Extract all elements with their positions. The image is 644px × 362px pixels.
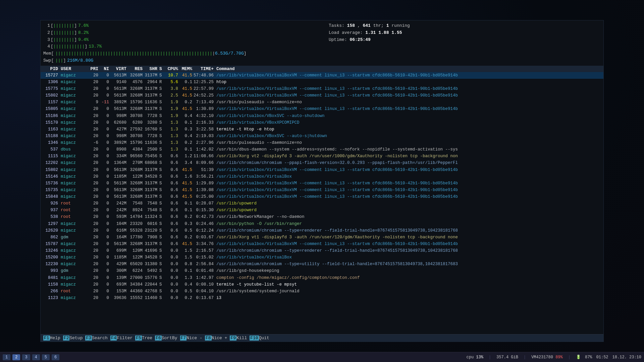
clock-time: 01:52	[596, 355, 608, 360]
table-row[interactable]: 937 root 20 0 242M 8924 7548 S 0.6 0.1 0…	[41, 207, 603, 214]
table-row[interactable]: 15787 migacz 20 0 5613M 3268M 3137M S 0.…	[41, 241, 603, 247]
f10-key[interactable]: F10Quit	[250, 336, 272, 341]
table-row[interactable]: 1346 migacz -6 0 3892M 15796 11636 S 1.3…	[41, 139, 603, 146]
table-row[interactable]: 15186 migacz 20 0 998M 30708 7728 S 1.9 …	[41, 113, 603, 119]
table-row[interactable]: 15805 migacz 20 0 5613M 3268M 3137M S 1.…	[41, 106, 603, 112]
workspace-2[interactable]: 2	[12, 354, 20, 360]
table-row[interactable]: 1297 migacz 20 0 104M 23320 6016 S 0.6 0…	[41, 221, 603, 227]
workspace-3[interactable]: 3	[22, 354, 30, 360]
table-row[interactable]: 862 gdm 20 0 164M 17780 7908 S 0.6 0.2 0…	[41, 234, 603, 241]
table-row[interactable]: 15170 migacz 20 0 62680 6280 3280 S 1.3 …	[41, 119, 603, 126]
cpu4-bar: ||||||||||||	[53, 43, 85, 50]
tasks-row: Tasks: 158 , 641 thr; 1 running	[329, 22, 601, 29]
running-count: 1	[386, 23, 389, 28]
funckey-bar: F1Help F2Setup F3Search F4Filter F5Tree …	[41, 334, 603, 342]
cpu1-row: 1 [ |||||||| ] 7.6%	[43, 22, 315, 29]
workspace-5[interactable]: 5	[42, 354, 50, 360]
table-row[interactable]: 1123 migacz 20 0 39636 15552 11460 S 0.0…	[41, 295, 603, 301]
table-row[interactable]: 12620 migacz 20 0 616M 55328 23120 S 0.6…	[41, 227, 603, 234]
uptime-row: Uptime: 06:25:49	[329, 37, 601, 44]
cpu3-label: 3	[43, 37, 50, 44]
cpu1-label: 1	[43, 22, 50, 29]
load-avg-row: Load average: 1.31 1.88 1.55	[329, 29, 601, 37]
table-row[interactable]: 537 dbus 20 0 8908 4384 2500 S 1.3 0.1 1…	[41, 146, 603, 153]
table-row[interactable]: 1163 migacz 20 0 427M 27592 16760 S 1.3 …	[41, 126, 603, 133]
mem-value: 6.53G/7.70G	[215, 50, 244, 57]
table-row[interactable]: 1115 migacz 20 0 334M 96560 75456 S 0.6 …	[41, 153, 603, 160]
f2-key[interactable]: F2Setup	[63, 336, 86, 341]
f3-key[interactable]: F3Search	[85, 336, 110, 341]
cpu4-label: 4	[43, 43, 50, 50]
table-row[interactable]: 15848 migacz 20 0 5613M 3268M 3137M S 0.…	[41, 193, 603, 200]
table-row[interactable]: 8481 migacz 20 0 139M 27000 15776 S 0.0 …	[41, 275, 603, 281]
cpu2-percent: 8.2%	[78, 29, 89, 37]
table-row[interactable]: 12202 migacz 20 0 1364M 270M 68068 S 0.6…	[41, 160, 603, 166]
table-row[interactable]: 12230 migacz 20 0 429M 65020 31380 S 0.0…	[41, 261, 603, 267]
process-table-header: PID USER PRI NI VIRT RES SHR S CPU% MEM%…	[41, 66, 603, 72]
table-row[interactable]: 15802 migacz 20 0 5613M 3268M 3137M S 0.…	[41, 167, 603, 173]
taskbar: 1 2 3 4 5 6 cpu 13% | 357.4 GiB | VM4231…	[0, 352, 644, 362]
table-row[interactable]: 13246 migacz 20 0 699M 120M 41696 S 0.0 …	[41, 247, 603, 254]
table-row[interactable]: 15727 migacz 20 0 5613M 3268M 3137M S 10…	[41, 72, 603, 79]
taskbar-status: cpu 13% | 357.4 GiB | VM4231780 89% | 🔋 …	[466, 355, 641, 360]
cpu-status: cpu 13%	[466, 355, 483, 360]
table-row[interactable]: 15200 migacz 20 0 1185M 122M 34528 S 0.0…	[41, 254, 603, 261]
col-virt-header: VIRT	[111, 66, 128, 71]
col-pid-header: PID	[43, 66, 61, 71]
table-row[interactable]: 1157 migacz 9 -11 3892M 15796 11636 S 1.…	[41, 99, 603, 106]
f4-key[interactable]: F4Filter	[110, 336, 135, 341]
mem-row: Mem[ |||||||||||||||||||||||||||||||||||…	[43, 50, 315, 57]
table-row[interactable]: 1158 migacz 20 0 693M 34384 22044 S 0.0 …	[41, 281, 603, 288]
f5-label: Tree	[142, 336, 152, 341]
table-row[interactable]: 926 root 20 0 242M 7548 7548 S 0.6 0.1 0…	[41, 200, 603, 207]
thr-count: 641	[363, 23, 370, 28]
col-mem-header: MEM%	[179, 66, 194, 71]
clock-date: 18.12. 23:10	[612, 355, 641, 360]
table-row[interactable]: 15188 migacz 20 0 998M 30708 7728 S 1.3 …	[41, 133, 603, 139]
load2: 1.88	[378, 30, 389, 35]
cpu4-row: 4 [ |||||||||||| ] 13.7%	[43, 43, 315, 50]
col-ni-header: NI	[100, 66, 111, 71]
f1-key[interactable]: F1Help	[43, 336, 63, 341]
col-res-header: RES	[128, 66, 145, 71]
load1: 1.31	[365, 30, 376, 35]
swap-bar: |||	[55, 57, 63, 64]
terminal-content: 1 [ |||||||| ] 7.6% 2 [ |||||||| ] 8.2% …	[41, 20, 603, 334]
table-row[interactable]: 15775 migacz 20 0 5613M 3268M 3137M S 3.…	[41, 85, 603, 92]
table-row[interactable]: 266 root 20 0 153M 44360 42768 S 0.0 0.5…	[41, 288, 603, 295]
f5-key[interactable]: F5Tree	[135, 336, 155, 341]
workspace-4[interactable]: 4	[32, 354, 40, 360]
swap-label: Swp[	[43, 57, 55, 64]
f8-key[interactable]: F8Nice +	[205, 336, 230, 341]
col-s-header: S	[159, 66, 165, 71]
load3: 1.55	[391, 30, 402, 35]
table-row[interactable]: 538 root 20 0 593M 14704 11324 S 0.6 0.2…	[41, 214, 603, 220]
table-row[interactable]: 15802 migacz 20 0 5613M 3268M 3137M S 2.…	[41, 92, 603, 99]
workspace-6[interactable]: 6	[52, 354, 59, 360]
f7-key[interactable]: F7Nice -	[180, 336, 205, 341]
battery-status: 87%	[585, 355, 592, 360]
table-row[interactable]: 15735 migacz 20 0 5613M 3268M 3137M S 0.…	[41, 187, 603, 193]
mem-label: Mem[	[43, 50, 55, 57]
table-row[interactable]: 993 gdm 20 0 300M 6224 5492 S 0.0 0.1 0:…	[41, 267, 603, 274]
cpu2-row: 2 [ |||||||| ] 8.2%	[43, 29, 315, 37]
disk-status: 357.4 GiB	[496, 355, 518, 360]
col-user-header: USER	[61, 66, 88, 71]
col-cpu-header: CPU%	[165, 66, 179, 71]
mem-bar: ||||||||||||||||||||||||||||||||||||||||…	[55, 50, 212, 57]
col-cmd-header: Command	[216, 66, 601, 71]
cpu3-percent: 9.4%	[78, 37, 89, 44]
cpu4-percent: 13.7%	[89, 43, 102, 50]
col-time-header: TIME+	[194, 66, 216, 71]
cpu2-bar: ||||||||	[53, 29, 74, 37]
table-row[interactable]: 15146 migacz 20 0 1185M 122M 34528 S 0.6…	[41, 173, 603, 180]
swap-row: Swp[ ||| ] 216M/8.80G	[43, 57, 315, 64]
uptime-value: 06:25:49	[350, 37, 370, 42]
f9-key[interactable]: F9Kill	[230, 336, 250, 341]
table-row[interactable]: 1306 migacz 20 0 9140 4576 2964 R 5.6 0.…	[41, 79, 603, 85]
vm-status: VM4231780 89%	[531, 355, 563, 360]
tasks-count: 158	[347, 23, 355, 28]
table-row[interactable]: 15736 migacz 20 0 5613M 3268M 3137M S 0.…	[41, 180, 603, 187]
workspace-1[interactable]: 1	[3, 354, 10, 360]
f6-key[interactable]: F6SortBy	[155, 336, 180, 341]
